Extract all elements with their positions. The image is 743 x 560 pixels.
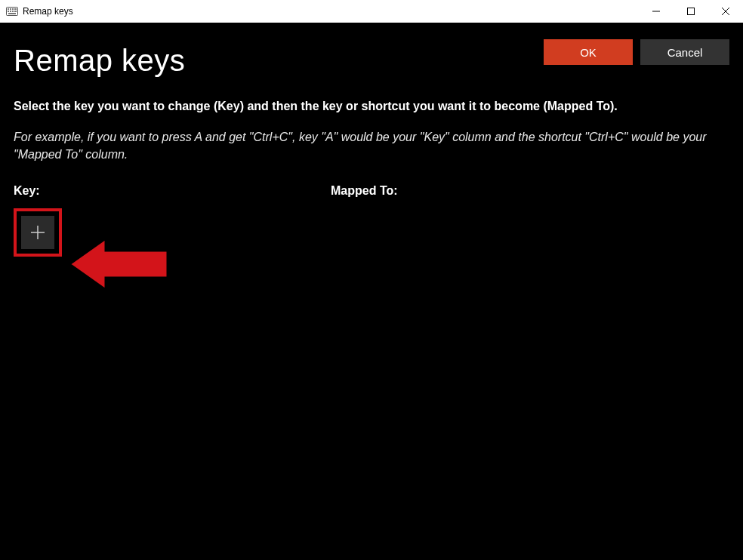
maximize-button[interactable] [674,0,708,23]
svg-rect-9 [8,13,16,14]
dialog-buttons: OK Cancel [544,39,729,65]
svg-rect-3 [12,8,14,10]
key-column: Key: [14,184,331,257]
mapped-to-column: Mapped To: [331,184,648,257]
svg-rect-5 [8,11,9,12]
titlebar: Remap keys [0,0,743,23]
svg-rect-7 [12,11,14,12]
example-text: For example, if you want to press A and … [14,128,729,163]
page-title: Remap keys [14,44,185,78]
add-key-button[interactable] [21,216,54,249]
key-column-label: Key: [14,184,331,198]
content-area: Remap keys OK Cancel Select the key you … [0,23,743,257]
svg-rect-11 [688,8,695,15]
ok-button[interactable]: OK [544,39,633,65]
header-row: Remap keys OK Cancel [14,36,729,78]
plus-icon [29,223,47,242]
add-highlight-box [14,208,62,257]
mapped-to-column-label: Mapped To: [331,184,648,198]
svg-rect-2 [10,8,11,10]
minimize-button[interactable] [639,0,674,23]
instruction-text: Select the key you want to change (Key) … [14,99,729,115]
mapping-columns: Key: Mapped To: [14,184,729,257]
svg-rect-1 [8,8,9,10]
keyboard-icon [6,5,18,17]
svg-rect-6 [10,11,11,12]
svg-rect-4 [14,8,17,10]
close-button[interactable] [708,0,743,23]
cancel-button[interactable]: Cancel [640,39,729,65]
svg-rect-8 [14,11,17,12]
window-title: Remap keys [23,6,73,17]
